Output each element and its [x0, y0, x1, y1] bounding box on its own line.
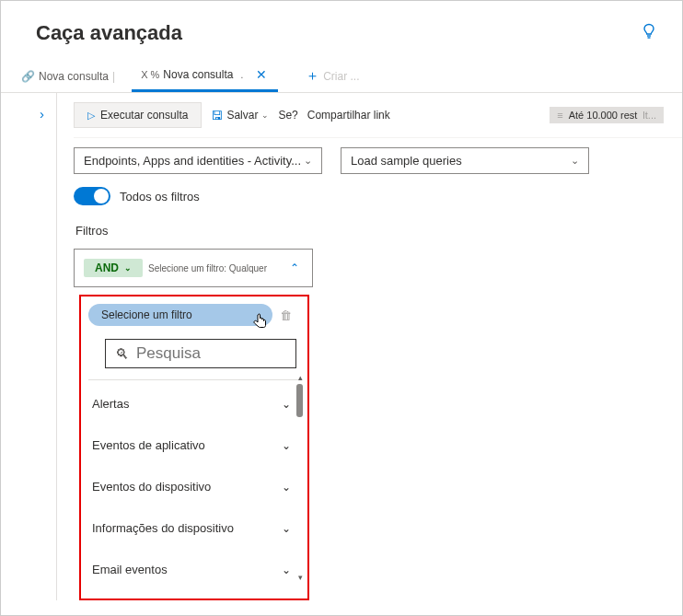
play-icon: ▷ — [87, 110, 95, 122]
main-area: › ▷ Executar consulta 🖫 Salvar ⌄ Se? Com… — [1, 93, 682, 600]
all-filters-toggle[interactable] — [74, 187, 110, 205]
scrollbar-thumb[interactable] — [296, 384, 303, 417]
link-icon: 🔗 — [21, 70, 35, 83]
tab-nova-consulta-1[interactable]: 🔗 Nova consulta | — [12, 64, 128, 88]
lightbulb-icon[interactable] — [642, 23, 656, 44]
plus-icon: ＋ — [306, 67, 319, 85]
toggle-thumb — [94, 189, 109, 203]
q-label: Se? — [278, 109, 297, 122]
filter-hint: Selecione um filtro: Qualquer — [148, 263, 267, 273]
category-label: Informações do dispositivo — [92, 521, 234, 535]
filter-picker-popup: Selecione um filtro 🗑 🔍︎ ▴ Alertas — [79, 295, 309, 600]
filter-category-device-events[interactable]: Eventos do dispositivo ⌄ — [88, 463, 300, 505]
tab-create-new[interactable]: ＋ Criar ... — [296, 62, 368, 90]
results-limit[interactable]: ≡ Até 10.000 rest lt... — [550, 107, 664, 123]
chevron-down-icon: ⌄ — [282, 481, 291, 494]
share-link-button[interactable]: Compartilhar link — [307, 109, 390, 122]
category-label: Eventos de aplicativo — [92, 438, 205, 452]
run-label: Executar consulta — [100, 109, 188, 122]
results-label: Até 10.000 rest — [569, 110, 638, 121]
filters-section-label: Filtros — [75, 224, 682, 238]
all-filters-toggle-row: Todos os filtros — [74, 174, 682, 218]
query-tabs: 🔗 Nova consulta | X % Nova consulta . ✕ … — [1, 52, 682, 93]
scope-dropdown[interactable]: Endpoints, Apps and identities - Activit… — [74, 147, 322, 174]
chevron-down-icon: ⌄ — [124, 263, 132, 273]
save-label: Salvar — [226, 109, 258, 122]
chevron-down-icon: ⌄ — [282, 439, 291, 452]
trash-icon[interactable]: 🗑 — [280, 308, 292, 322]
results-suffix: lt... — [642, 110, 656, 121]
select-filter-pill[interactable]: Selecione um filtro — [88, 304, 272, 326]
scroll-down-icon[interactable]: ▾ — [298, 573, 303, 582]
samples-value: Load sample queries — [351, 154, 462, 168]
tab-label: Nova consulta — [163, 68, 233, 81]
page-title: Caça avançada — [36, 21, 182, 45]
share-label: Compartilhar link — [307, 109, 390, 122]
search-icon: 🔍︎ — [115, 346, 129, 362]
run-query-button[interactable]: ▷ Executar consulta — [74, 102, 202, 128]
save-icon: 🖫 — [211, 109, 223, 122]
chevron-right-icon[interactable]: › — [40, 106, 44, 122]
content-panel: ▷ Executar consulta 🖫 Salvar ⌄ Se? Compa… — [56, 93, 682, 600]
filter-category-device-info[interactable]: Informações do dispositivo ⌄ — [88, 505, 300, 546]
chevron-down-icon: ⌄ — [261, 110, 269, 120]
filter-category-email-events[interactable]: Email eventos ⌄ — [88, 546, 300, 587]
category-label: Email eventos — [92, 563, 168, 576]
tab-label: Criar ... — [323, 70, 359, 83]
tab-prefix: X % — [141, 69, 159, 80]
operator-label: AND — [95, 262, 119, 274]
filter-group[interactable]: AND ⌄ Selecione um filtro: Qualquer ⌃ — [74, 249, 313, 287]
chevron-down-icon: ⌄ — [282, 398, 291, 411]
list-icon: ≡ — [557, 110, 562, 121]
chevron-down-icon: ⌄ — [571, 155, 579, 167]
sample-queries-dropdown[interactable]: Load sample queries ⌄ — [341, 147, 589, 174]
page-header: Caça avançada — [1, 1, 682, 52]
search-input[interactable] — [136, 344, 286, 363]
toggle-label: Todos os filtros — [120, 190, 200, 203]
filter-category-app-events[interactable]: Eventos de aplicativo ⌄ — [88, 422, 300, 463]
category-label: Eventos do dispositivo — [92, 480, 211, 494]
category-label: Alertas — [92, 397, 129, 411]
filter-search-box[interactable]: 🔍︎ — [105, 339, 296, 368]
filter-category-list: ▴ Alertas ⌄ Eventos de aplicativo ⌄ Even… — [88, 379, 300, 587]
toolbar: ▷ Executar consulta 🖫 Salvar ⌄ Se? Compa… — [74, 93, 682, 138]
chevron-up-icon[interactable]: ⌃ — [290, 262, 299, 274]
select-filter-label: Selecione um filtro — [101, 308, 192, 321]
tab-nova-consulta-2[interactable]: X % Nova consulta . ✕ — [132, 60, 278, 92]
close-icon[interactable]: ✕ — [254, 65, 269, 84]
cursor-hand-icon — [252, 313, 269, 335]
chevron-down-icon: ⌄ — [282, 564, 291, 576]
chevron-down-icon: ⌄ — [304, 155, 312, 167]
chevron-down-icon: ⌄ — [282, 522, 291, 535]
filter-category-alertas[interactable]: Alertas ⌄ — [88, 380, 300, 422]
save-button[interactable]: 🖫 Salvar ⌄ — [211, 109, 269, 122]
scope-row: Endpoints, Apps and identities - Activit… — [74, 138, 682, 174]
q-link[interactable]: Se? — [278, 109, 297, 122]
sidebar-gutter: › — [1, 93, 56, 600]
scope-value: Endpoints, Apps and identities - Activit… — [84, 154, 301, 168]
operator-chip[interactable]: AND ⌄ — [84, 259, 143, 277]
scroll-up-icon[interactable]: ▴ — [298, 373, 303, 382]
tab-label: Nova consulta — [39, 70, 109, 83]
